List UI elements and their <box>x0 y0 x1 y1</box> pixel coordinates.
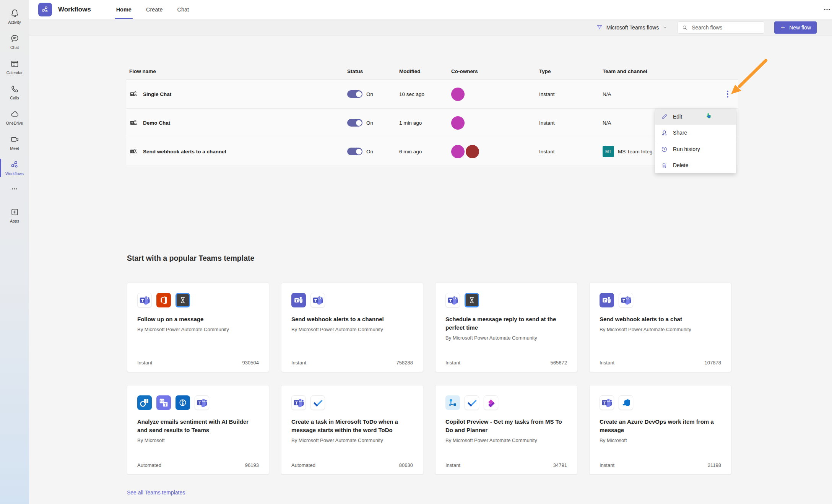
status-cell: On <box>347 80 373 108</box>
table-row[interactable]: Demo Chat On 1 min ago Instant N/A <box>126 109 738 137</box>
main-content: Flow name Status Modified Co-owners Type… <box>29 36 832 504</box>
sidebar-item-onedrive[interactable]: OneDrive <box>0 105 29 130</box>
workflow-icon <box>41 5 49 14</box>
sidebar-item-calls[interactable]: Calls <box>0 80 29 105</box>
status-label: On <box>366 91 373 97</box>
team-cell: MT MS Team Integ <box>603 137 653 166</box>
template-byline: By Microsoft Power Automate Community <box>445 437 567 443</box>
template-card[interactable]: Create an Azure DevOps work item from a … <box>589 385 731 475</box>
template-type: Instant <box>137 360 152 366</box>
row-more-button[interactable] <box>720 80 736 108</box>
template-title: Send webhook alerts to a chat <box>600 315 719 324</box>
share-icon <box>661 129 668 137</box>
sidebar-item-chat[interactable]: Chat <box>0 29 29 54</box>
sidebar-item-workflows[interactable]: Workflows <box>0 155 29 180</box>
teams-icon <box>600 395 614 410</box>
template-usage-count: 930504 <box>242 360 259 366</box>
tab-create[interactable]: Create <box>146 0 163 19</box>
search-icon <box>682 24 688 31</box>
new-flow-button[interactable]: New flow <box>774 21 817 34</box>
menu-item-edit[interactable]: Edit <box>655 109 736 125</box>
header-more-button[interactable] <box>823 5 831 14</box>
template-card[interactable]: Analyze emails sentiment with AI Builder… <box>127 385 269 475</box>
calendar-icon <box>10 59 20 68</box>
ai-builder-icon <box>176 395 190 410</box>
template-card[interactable]: Copilot Preview - Get my tasks from MS T… <box>435 385 577 475</box>
menu-item-delete[interactable]: Delete <box>655 157 736 173</box>
sidebar-item-calendar[interactable]: Calendar <box>0 54 29 80</box>
teams-icon <box>619 293 633 307</box>
template-card[interactable]: Send webhook alerts to a chat By Microso… <box>589 283 731 372</box>
sidebar-item-label: Calls <box>10 96 19 100</box>
sidebar-item-label: Chat <box>10 45 19 50</box>
sidebar-item-meet[interactable]: Meet <box>0 130 29 155</box>
hourglass-icon <box>176 293 190 307</box>
type-cell: Instant <box>539 109 555 137</box>
pencil-icon <box>661 113 668 120</box>
template-card[interactable]: Follow up on a message By Microsoft Powe… <box>127 283 269 372</box>
table-row[interactable]: Single Chat On 10 sec ago Instant N/A <box>126 80 738 109</box>
template-usage-count: 34791 <box>553 462 567 468</box>
status-toggle[interactable] <box>347 119 362 127</box>
sidebar-item-apps[interactable]: Apps <box>0 203 29 228</box>
teams-icon <box>310 293 325 307</box>
template-byline: By Microsoft Power Automate Community <box>600 327 721 332</box>
template-type: Instant <box>445 462 460 468</box>
status-label: On <box>366 149 373 154</box>
flows-filter-dropdown[interactable]: Microsoft Teams flows <box>596 24 668 31</box>
template-usage-count: 107878 <box>705 360 721 366</box>
status-cell: On <box>347 109 373 137</box>
coowners-cell <box>451 109 465 137</box>
flow-name-cell: Demo Chat <box>129 109 170 137</box>
template-card[interactable]: Create a task in Microsoft ToDo when a m… <box>281 385 423 475</box>
see-all-templates-link[interactable]: See all Teams templates <box>127 489 185 496</box>
hand-cursor-icon <box>705 112 713 119</box>
status-label: On <box>366 120 373 126</box>
table-row[interactable]: Send webhook alerts to a channel On 6 mi… <box>126 137 738 166</box>
status-toggle[interactable] <box>347 148 362 155</box>
app-rail: Activity Chat Calendar Calls OneDrive Me… <box>0 0 29 504</box>
column-header-coowners: Co-owners <box>451 68 478 74</box>
template-usage-count: 758288 <box>396 360 413 366</box>
template-card[interactable]: Schedule a message reply to send at the … <box>435 283 577 372</box>
template-usage-count: 96193 <box>245 462 259 468</box>
apps-icon <box>10 207 20 217</box>
tab-chat[interactable]: Chat <box>177 0 189 19</box>
flows-table: Flow name Status Modified Co-owners Type… <box>126 61 738 166</box>
template-title: Send webhook alerts to a channel <box>291 315 411 324</box>
teams-icon <box>291 395 306 410</box>
plus-icon <box>780 24 786 30</box>
avatar <box>466 145 479 158</box>
flows-toolbar: Microsoft Teams flows New flow <box>29 19 832 36</box>
search-input[interactable] <box>691 24 760 31</box>
tab-home[interactable]: Home <box>116 0 132 19</box>
sidebar-more-button[interactable] <box>0 180 29 197</box>
sidebar-item-label: OneDrive <box>6 121 23 125</box>
trash-icon <box>661 162 668 169</box>
video-icon <box>10 135 20 144</box>
teams-filled-icon <box>291 293 306 307</box>
header-tabs: Home Create Chat <box>116 0 189 19</box>
column-header-modified: Modified <box>399 68 421 74</box>
sidebar-item-activity[interactable]: Activity <box>0 4 29 29</box>
status-toggle[interactable] <box>347 90 362 98</box>
menu-item-run-history[interactable]: Run history <box>655 141 736 157</box>
chevron-down-icon <box>662 25 668 30</box>
column-header-type: Type <box>539 68 551 74</box>
menu-item-share[interactable]: Share <box>655 125 736 141</box>
chat-icon <box>10 34 20 43</box>
sidebar-item-label: Apps <box>10 219 19 223</box>
outlook-icon <box>137 395 152 410</box>
template-card[interactable]: Send webhook alerts to a channel By Micr… <box>281 283 423 372</box>
sidebar-item-label: Activity <box>8 20 21 24</box>
type-cell: Instant <box>539 137 555 166</box>
team-cell: N/A <box>603 80 611 108</box>
bell-icon <box>10 8 20 18</box>
column-header-status: Status <box>347 68 363 74</box>
template-byline: By Microsoft Power Automate Community <box>291 437 413 443</box>
template-title: Copilot Preview - Get my tasks from MS T… <box>445 418 565 434</box>
template-type: Instant <box>291 360 306 366</box>
teams-icon <box>129 119 138 127</box>
office-icon <box>156 293 171 307</box>
avatar <box>451 88 465 101</box>
